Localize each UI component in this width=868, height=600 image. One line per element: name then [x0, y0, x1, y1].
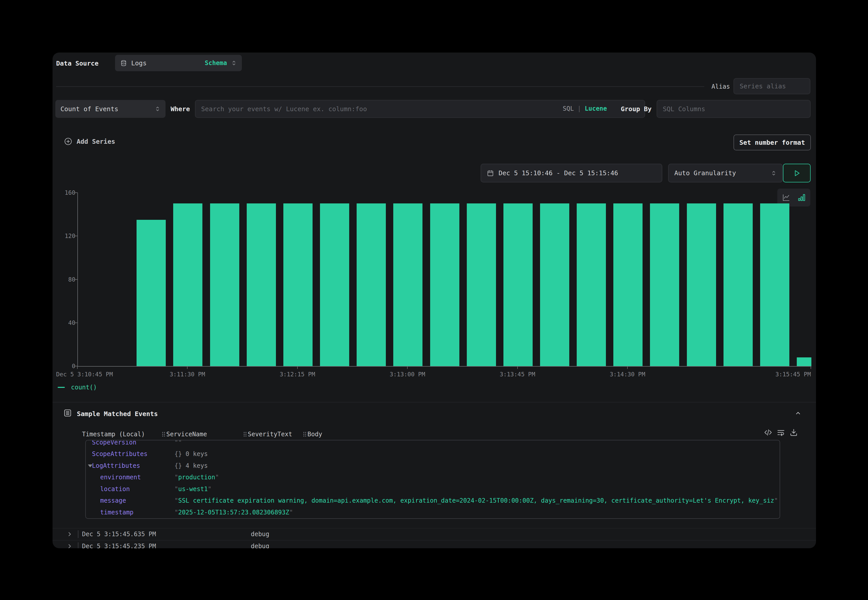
json-key: LogAttributes	[92, 462, 140, 469]
json-value: "2025-12-05T13:57:23.082306893Z"	[174, 509, 293, 516]
column-header-body[interactable]: Body	[303, 429, 322, 439]
collapse-chevron-up-icon[interactable]	[794, 410, 801, 417]
legend-swatch	[58, 387, 65, 388]
x-tick-mark	[517, 366, 518, 369]
play-icon	[793, 169, 801, 177]
column-header-timestamp-local-[interactable]: Timestamp (Local)	[82, 429, 145, 439]
bar	[760, 203, 789, 366]
chevron-right-icon[interactable]	[67, 531, 73, 538]
drag-handle-icon[interactable]	[244, 432, 245, 433]
triangle-down-icon[interactable]	[88, 465, 92, 467]
granularity-select[interactable]: Auto Granularity	[668, 164, 783, 182]
drag-handle-icon[interactable]	[162, 432, 163, 433]
aggregation-value: Count of Events	[61, 105, 118, 113]
set-number-format-label: Set number format	[739, 139, 805, 146]
bar	[136, 220, 166, 366]
aggregation-select[interactable]: Count of Events	[55, 100, 165, 118]
data-source-select[interactable]: Logs Schema	[115, 55, 242, 71]
x-tick-label: 3:13:00 PM	[390, 371, 425, 377]
json-value: ""	[174, 440, 182, 446]
json-value: "SSL certificate expiration warning, dom…	[174, 497, 778, 504]
calendar-icon	[487, 170, 494, 177]
list-details-icon	[63, 409, 72, 417]
alias-input[interactable]	[733, 78, 810, 94]
x-tick-mark	[77, 366, 78, 369]
group-by-input[interactable]	[657, 100, 810, 118]
bar	[724, 203, 753, 366]
json-row-environment[interactable]: environment"production"	[86, 472, 780, 483]
severity-bar	[78, 542, 79, 548]
chevron-right-icon[interactable]	[67, 543, 73, 548]
json-row-location[interactable]: location"us-west1"	[86, 483, 780, 495]
y-tick-label: 0	[56, 362, 75, 370]
toggle-separator: |	[577, 105, 581, 112]
json-value: "us-west1"	[174, 485, 212, 492]
column-label: Body	[308, 431, 322, 438]
text-wrap-icon[interactable]	[777, 428, 785, 437]
plot-area[interactable]	[77, 192, 811, 367]
time-range-picker[interactable]: Dec 5 15:10:46 - Dec 5 15:15:46	[481, 164, 662, 182]
alias-label: Alias	[712, 83, 730, 90]
x-tick-mark	[627, 366, 628, 369]
download-icon[interactable]	[789, 428, 798, 437]
bar	[283, 203, 312, 366]
json-key: message	[100, 497, 126, 504]
legend-label: count()	[71, 384, 97, 391]
x-tick-label: 3:14:30 PM	[610, 371, 645, 377]
data-source-label: Data Source	[56, 60, 98, 67]
y-tick-mark	[75, 192, 78, 193]
group-by-label: Group By	[621, 105, 651, 113]
x-tick-label: 3:15:45 PM	[776, 371, 811, 377]
event-timestamp: Dec 5 3:15:45.235 PM	[82, 542, 156, 548]
chart-legend: count()	[58, 384, 97, 391]
event-row[interactable]: Dec 5 3:15:45.235 PMdebug	[53, 540, 816, 548]
y-axis-labels: 04080120160	[56, 192, 75, 369]
y-tick-label: 80	[56, 276, 75, 283]
x-axis-labels: Dec 5 3:10:45 PM3:11:30 PM3:12:15 PM3:13…	[77, 371, 811, 379]
add-series-button[interactable]: Add Series	[64, 137, 115, 146]
bar	[173, 203, 202, 366]
json-row-timestamp[interactable]: timestamp"2025-12-05T13:57:23.082306893Z…	[86, 506, 780, 518]
bar	[503, 203, 533, 366]
run-query-button[interactable]	[783, 164, 810, 182]
event-row[interactable]: Dec 5 3:15:45.635 PMdebug	[53, 528, 816, 540]
x-tick-label: 3:13:45 PM	[500, 371, 535, 377]
bar	[320, 203, 349, 366]
chart: 04080120160 Dec 5 3:10:45 PM3:11:30 PM3:…	[56, 192, 811, 397]
json-row-ScopeVersion[interactable]: ScopeVersion""	[86, 440, 780, 448]
lucene-toggle[interactable]: Lucene	[585, 105, 607, 112]
json-key: ScopeAttributes	[92, 450, 148, 458]
column-header-severitytext[interactable]: SeverityText	[244, 429, 292, 439]
event-severity: debug	[251, 542, 269, 548]
json-row-LogAttributes[interactable]: LogAttributes{} 4 keys	[86, 460, 780, 472]
events-title: Sample Matched Events	[77, 410, 158, 418]
sql-toggle[interactable]: SQL	[563, 105, 574, 112]
bar	[393, 203, 423, 366]
granularity-value: Auto Granularity	[674, 169, 736, 177]
json-key: environment	[100, 474, 141, 481]
column-label: ServiceName	[166, 431, 207, 438]
column-header-servicename[interactable]: ServiceName	[162, 429, 207, 439]
where-label: Where	[171, 105, 190, 113]
x-tick-label: 3:12:15 PM	[280, 371, 315, 377]
json-row-message[interactable]: message"SSL certificate expiration warni…	[86, 495, 780, 507]
circle-plus-icon	[64, 137, 73, 146]
y-tick-mark	[75, 323, 78, 323]
event-timestamp: Dec 5 3:15:45.635 PM	[82, 530, 156, 538]
selector-chevrons-icon	[771, 170, 777, 176]
json-row-ScopeAttributes[interactable]: ScopeAttributes{} 0 keys	[86, 448, 780, 460]
set-number-format-button[interactable]: Set number format	[733, 135, 811, 150]
bar	[687, 203, 716, 366]
database-icon	[120, 60, 127, 67]
bar	[577, 203, 606, 366]
bar	[614, 203, 642, 366]
drag-handle-icon[interactable]	[303, 432, 304, 433]
alias-divider	[56, 86, 704, 87]
bar	[210, 203, 239, 366]
json-value: {} 0 keys	[174, 450, 208, 458]
schema-link[interactable]: Schema	[205, 59, 227, 67]
code-view-icon[interactable]	[764, 428, 773, 437]
bar	[247, 203, 276, 366]
y-tick-label: 40	[56, 319, 75, 327]
json-key: ScopeVersion	[92, 440, 136, 446]
